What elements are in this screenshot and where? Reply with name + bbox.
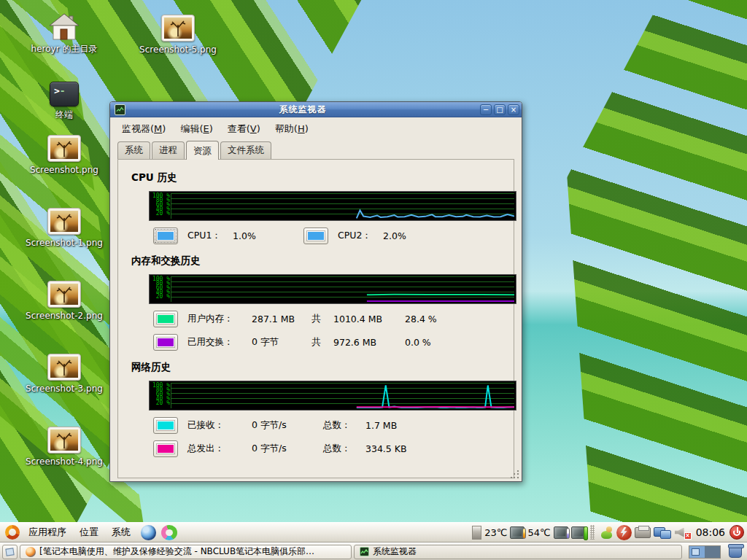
tray-handle[interactable] [590, 525, 595, 540]
sent-color-button[interactable] [153, 440, 178, 457]
load-meter-applet[interactable] [472, 526, 481, 540]
network-history-heading: 网络历史 [131, 361, 514, 374]
close-button[interactable]: × [508, 104, 519, 115]
distro-logo-icon[interactable] [5, 525, 20, 540]
memory-used-value: 287.1 MB [252, 314, 311, 324]
tab-filesystems[interactable]: 文件系统 [220, 141, 271, 159]
y-axis-labels: 100 %80 %60 %40 %20 % [150, 381, 171, 410]
swap-total-label: 共 [311, 336, 333, 349]
taskbar-window-title: [笔记本电脑使用、维护及保修经验交流 - NBCLUB笔记本电脑俱乐部… [39, 545, 314, 558]
desktop-icon-label: Screenshot-2.png [26, 311, 103, 321]
power-manager-icon[interactable] [616, 525, 632, 540]
desktop-icon-label: 终端 [55, 109, 73, 120]
sent-label: 总发出： [187, 443, 252, 455]
firefox-icon [26, 547, 36, 557]
desktop-icon-label: Screenshot.png [30, 165, 98, 175]
show-desktop-button[interactable] [2, 545, 18, 559]
sent-total-label: 总数： [323, 443, 365, 455]
memory-legend-row: 用户内存： 287.1 MB 共 1010.4 MB 28.4 % [153, 311, 514, 327]
swap-color-button[interactable] [153, 334, 178, 351]
mute-badge: × [684, 532, 692, 540]
received-total: 1.7 MB [365, 420, 437, 431]
cpu1-label: CPU1： [187, 230, 228, 242]
desktop-icon-screenshot[interactable]: Screenshot.png [20, 135, 108, 176]
workspace-2[interactable] [705, 546, 720, 558]
swap-used-value: 0 字节 [252, 336, 311, 349]
shutdown-button-icon[interactable] [729, 525, 744, 540]
image-thumbnail-icon [161, 15, 195, 42]
network-monitor-icon[interactable] [654, 526, 671, 540]
maximize-button[interactable]: □ [494, 104, 506, 115]
system-menu[interactable]: 系统 [105, 523, 137, 542]
frequency-bar-icon [584, 526, 588, 540]
cpu2-color-button[interactable] [303, 228, 328, 244]
clock[interactable]: 08:06 [696, 526, 725, 538]
minimize-button[interactable]: ─ [480, 104, 492, 115]
image-thumbnail-icon [47, 208, 81, 235]
desktop-icon-label: Screenshot-4.png [26, 456, 103, 467]
desktop-icon-label: heroyr 的主目录 [31, 44, 98, 54]
user-switcher-icon[interactable] [599, 526, 614, 540]
lightning-icon [621, 527, 627, 537]
browser-launcher-icon[interactable] [141, 525, 156, 540]
image-thumbnail-icon [47, 135, 81, 162]
cpu-legend-row: CPU1： 1.0% CPU2： 2.0% [153, 228, 514, 244]
desktop-icon-terminal[interactable]: >- 终端 [20, 82, 108, 120]
printer-icon[interactable] [635, 527, 651, 538]
memory-label: 用户内存： [187, 313, 252, 325]
workspace-1[interactable] [689, 546, 705, 558]
sent-total: 334.5 KB [365, 443, 437, 454]
desktop-icon-screenshot5[interactable]: Screenshot-5.png [134, 15, 222, 55]
taskbar-window-firefox[interactable]: [笔记本电脑使用、维护及保修经验交流 - NBCLUB笔记本电脑俱乐部… [20, 545, 352, 559]
received-color-button[interactable] [153, 417, 178, 434]
system-tray: 23℃ 54℃ × 08:06 [472, 525, 744, 540]
desktop-icon-screenshot4[interactable]: Screenshot-4.png [20, 427, 108, 467]
memory-history-heading: 内存和交换历史 [131, 254, 514, 268]
menu-view[interactable]: 查看(V) [220, 120, 268, 138]
volume-muted-icon[interactable]: × [674, 526, 692, 540]
tab-processes[interactable]: 进程 [152, 141, 185, 159]
tab-resources[interactable]: 资源 [186, 141, 219, 160]
desktop-icon-screenshot2[interactable]: Screenshot-2.png [20, 281, 108, 322]
desktop-icon-label: Screenshot-5.png [139, 44, 217, 55]
terminal-icon: >- [50, 82, 79, 106]
desktop-icon-label: Screenshot-1.png [26, 238, 103, 248]
y-axis-labels: 100 %80 %60 %40 %20 % [150, 192, 171, 220]
system-monitor-window: 系统监视器 ─ □ × 监视器(M) 编辑(E) 查看(V) 帮助(H) 系统 … [109, 101, 522, 482]
temperature-1: 23℃ [484, 527, 507, 538]
memory-plot-area [171, 276, 514, 302]
desktop-icon-label: Screenshot-3.png [26, 384, 103, 394]
window-titlebar[interactable]: 系统监视器 ─ □ × [110, 102, 522, 117]
desktop-effects-launcher-icon[interactable] [161, 525, 177, 540]
tab-system[interactable]: 系统 [117, 141, 150, 159]
cpu1-color-button[interactable] [153, 228, 178, 244]
home-folder-icon [48, 13, 80, 41]
cpufreq-chip-icon[interactable] [571, 526, 586, 539]
applications-menu[interactable]: 应用程序 [22, 523, 73, 542]
memory-total-value: 1010.4 MB [333, 314, 405, 324]
window-list-panel: [笔记本电脑使用、维护及保修经验交流 - NBCLUB笔记本电脑俱乐部… 系统监… [0, 542, 747, 560]
desktop-icon-screenshot1[interactable]: Screenshot-1.png [20, 208, 108, 249]
thermometer-icon [522, 528, 526, 539]
window-resize-grip[interactable] [511, 470, 519, 479]
cpu-history-graph: 100 %80 %60 %40 %20 % [149, 191, 516, 221]
network-history-graph: 100 %80 %60 %40 %20 % [149, 381, 516, 411]
menu-monitor[interactable]: 监视器(M) [115, 120, 173, 138]
received-total-label: 总数： [323, 419, 365, 432]
image-thumbnail-icon [47, 281, 81, 308]
show-desktop-icon [5, 548, 14, 556]
desktop-icon-screenshot3[interactable]: Screenshot-3.png [20, 354, 108, 394]
menu-help[interactable]: 帮助(H) [268, 120, 316, 138]
system-monitor-icon [115, 104, 125, 115]
desktop-icon-home[interactable]: heroyr 的主目录 [20, 13, 108, 55]
swap-percent: 0.0 % [405, 337, 449, 348]
trash-applet-icon[interactable] [729, 545, 742, 558]
taskbar-window-sysmon[interactable]: 系统监视器 [354, 545, 682, 559]
cpu2-label: CPU2： [338, 230, 379, 242]
image-thumbnail-icon [47, 354, 81, 381]
memory-color-button[interactable] [153, 311, 178, 327]
cpu-plot-area [171, 193, 514, 219]
cpu-history-heading: CPU 历史 [131, 171, 514, 184]
menu-edit[interactable]: 编辑(E) [173, 120, 220, 138]
places-menu[interactable]: 位置 [73, 523, 105, 542]
